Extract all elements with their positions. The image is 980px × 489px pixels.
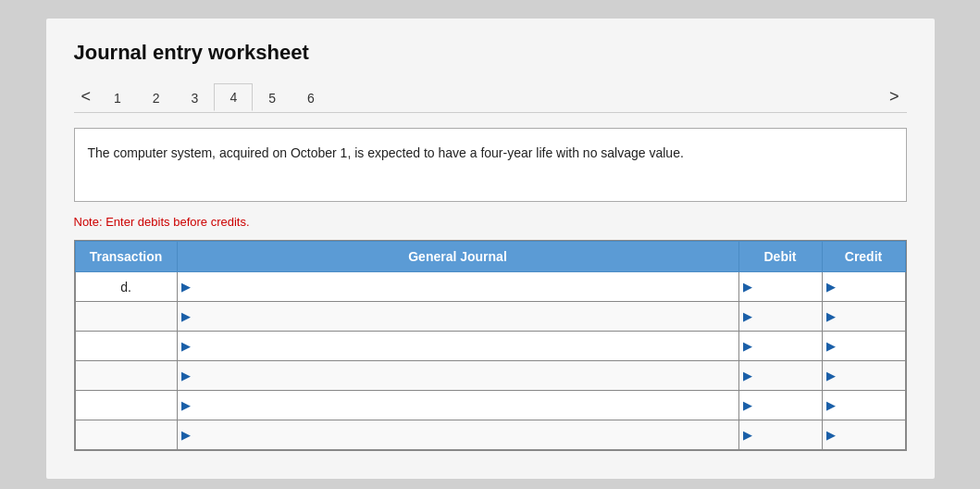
note-text: Note: Enter debits before credits. bbox=[74, 215, 907, 229]
table-header-row: Transaction General Journal Debit Credit bbox=[75, 242, 905, 272]
credit-cell-5[interactable]: ▶ bbox=[822, 420, 905, 450]
credit-arrow-0: ▶ bbox=[826, 280, 836, 294]
credit-cell-0[interactable]: ▶ bbox=[822, 272, 905, 302]
credit-input-2[interactable] bbox=[836, 332, 905, 360]
journal-arrow-3: ▶ bbox=[181, 369, 191, 382]
debit-arrow-2: ▶ bbox=[743, 339, 752, 353]
debit-arrow-0: ▶ bbox=[743, 280, 752, 294]
description-text: The computer system, acquired on October… bbox=[88, 145, 684, 160]
journal-input-5[interactable] bbox=[191, 420, 738, 449]
debit-cell-0[interactable]: ▶ bbox=[738, 272, 822, 302]
credit-cell-2[interactable]: ▶ bbox=[822, 332, 905, 361]
journal-arrow-1: ▶ bbox=[181, 309, 191, 323]
main-container: Journal entry worksheet < 1 2 3 4 5 6 > … bbox=[46, 19, 935, 479]
debit-cell-1[interactable]: ▶ bbox=[738, 302, 822, 332]
header-transaction: Transaction bbox=[75, 242, 177, 272]
debit-input-4[interactable] bbox=[752, 391, 822, 420]
credit-input-1[interactable] bbox=[836, 302, 905, 331]
debit-input-3[interactable] bbox=[752, 361, 822, 390]
credit-input-4[interactable] bbox=[836, 391, 905, 420]
credit-arrow-2: ▶ bbox=[826, 339, 836, 353]
journal-input-4[interactable] bbox=[191, 391, 738, 420]
credit-cell-3[interactable]: ▶ bbox=[822, 361, 905, 391]
debit-cell-2[interactable]: ▶ bbox=[738, 332, 822, 361]
tab-5[interactable]: 5 bbox=[253, 84, 292, 111]
journal-input-2[interactable] bbox=[191, 332, 738, 360]
page-title: Journal entry worksheet bbox=[74, 41, 907, 65]
tab-4[interactable]: 4 bbox=[214, 83, 253, 111]
debit-cell-4[interactable]: ▶ bbox=[738, 391, 822, 420]
transaction-cell-0: d. bbox=[75, 272, 177, 302]
credit-arrow-1: ▶ bbox=[826, 309, 836, 323]
transaction-cell-2 bbox=[75, 332, 177, 361]
journal-arrow-5: ▶ bbox=[181, 428, 191, 442]
transaction-cell-5 bbox=[75, 420, 177, 450]
journal-arrow-4: ▶ bbox=[181, 398, 191, 412]
table-row: ▶▶▶ bbox=[75, 332, 905, 361]
header-credit: Credit bbox=[822, 242, 905, 272]
credit-input-0[interactable] bbox=[836, 272, 905, 301]
debit-arrow-5: ▶ bbox=[743, 428, 752, 442]
next-arrow[interactable]: > bbox=[882, 82, 907, 112]
debit-arrow-1: ▶ bbox=[743, 309, 752, 323]
tab-2[interactable]: 2 bbox=[137, 84, 176, 111]
journal-cell-5[interactable]: ▶ bbox=[177, 420, 738, 450]
table-row: ▶▶▶ bbox=[75, 302, 905, 332]
tab-6[interactable]: 6 bbox=[292, 84, 330, 111]
table-row: d.▶▶▶ bbox=[75, 272, 905, 302]
prev-arrow[interactable]: < bbox=[74, 82, 99, 112]
credit-input-3[interactable] bbox=[836, 361, 905, 390]
transaction-cell-3 bbox=[75, 361, 177, 391]
journal-cell-3[interactable]: ▶ bbox=[177, 361, 738, 391]
debit-input-2[interactable] bbox=[752, 332, 822, 360]
journal-cell-0[interactable]: ▶ bbox=[177, 272, 738, 302]
table-row: ▶▶▶ bbox=[75, 361, 905, 391]
debit-arrow-4: ▶ bbox=[743, 398, 752, 412]
journal-input-0[interactable] bbox=[191, 272, 738, 301]
credit-arrow-4: ▶ bbox=[826, 398, 836, 412]
credit-input-5[interactable] bbox=[836, 420, 905, 449]
journal-table-wrapper: Transaction General Journal Debit Credit… bbox=[74, 240, 907, 451]
table-body: d.▶▶▶▶▶▶▶▶▶▶▶▶▶▶▶▶▶▶ bbox=[75, 272, 905, 450]
journal-cell-1[interactable]: ▶ bbox=[177, 302, 738, 332]
debit-arrow-3: ▶ bbox=[743, 369, 752, 382]
journal-table: Transaction General Journal Debit Credit… bbox=[75, 241, 906, 450]
journal-cell-2[interactable]: ▶ bbox=[177, 332, 738, 361]
tab-1[interactable]: 1 bbox=[98, 84, 137, 111]
table-row: ▶▶▶ bbox=[75, 420, 905, 450]
credit-arrow-5: ▶ bbox=[826, 428, 836, 442]
transaction-cell-1 bbox=[75, 302, 177, 332]
tab-3[interactable]: 3 bbox=[176, 84, 215, 111]
journal-input-1[interactable] bbox=[191, 302, 738, 331]
credit-cell-4[interactable]: ▶ bbox=[822, 391, 905, 420]
journal-arrow-2: ▶ bbox=[181, 339, 191, 353]
credit-cell-1[interactable]: ▶ bbox=[822, 302, 905, 332]
tabs-navigation: < 1 2 3 4 5 6 > bbox=[74, 82, 907, 113]
debit-cell-3[interactable]: ▶ bbox=[738, 361, 822, 391]
debit-cell-5[interactable]: ▶ bbox=[738, 420, 822, 450]
debit-input-1[interactable] bbox=[752, 302, 822, 331]
table-row: ▶▶▶ bbox=[75, 391, 905, 420]
journal-arrow-0: ▶ bbox=[181, 280, 191, 294]
debit-input-5[interactable] bbox=[752, 420, 822, 449]
description-box: The computer system, acquired on October… bbox=[74, 128, 907, 202]
transaction-cell-4 bbox=[75, 391, 177, 420]
header-debit: Debit bbox=[738, 242, 822, 272]
journal-input-3[interactable] bbox=[191, 361, 738, 390]
credit-arrow-3: ▶ bbox=[826, 369, 836, 382]
journal-cell-4[interactable]: ▶ bbox=[177, 391, 738, 420]
header-journal: General Journal bbox=[177, 242, 738, 272]
debit-input-0[interactable] bbox=[752, 272, 822, 301]
